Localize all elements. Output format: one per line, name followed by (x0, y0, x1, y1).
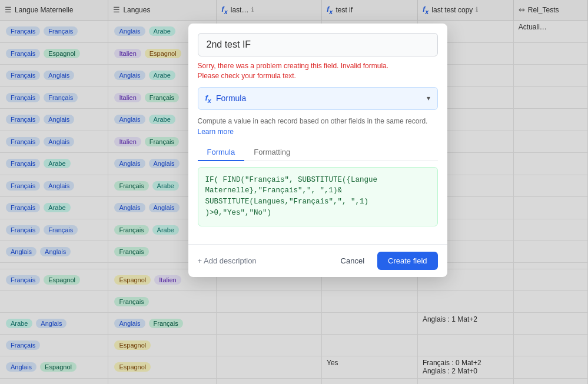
formula-description: Compute a value in each record based on … (198, 116, 438, 137)
cancel-button[interactable]: Cancel (334, 253, 371, 269)
modal-overlay: Sorry, there was a problem creating this… (0, 0, 588, 384)
tabs: Formula Formatting (198, 144, 438, 161)
modal-footer: + Add description Cancel Create field (188, 244, 447, 277)
chevron-down-icon: ▾ (427, 94, 430, 102)
formula-editor[interactable]: IF( FIND("Français", SUBSTITUTE({Langue … (198, 167, 438, 226)
add-description-button[interactable]: + Add description (198, 256, 257, 265)
formula-type-icon: fx (205, 94, 211, 104)
create-field-modal: Sorry, there was a problem creating this… (188, 24, 447, 277)
error-message: Sorry, there was a problem creating this… (198, 61, 438, 81)
table-container: ☰ Langue Maternelle ☰ Langues fx last… ℹ (0, 0, 588, 384)
formula-type-label: Formula (216, 94, 246, 103)
create-field-button[interactable]: Create field (377, 252, 437, 270)
learn-more-link[interactable]: Learn more (198, 128, 234, 136)
tab-formatting[interactable]: Formatting (244, 144, 300, 161)
field-name-input[interactable] (198, 33, 438, 56)
tab-formula[interactable]: Formula (198, 144, 245, 161)
formula-type-select[interactable]: fx Formula ▾ (198, 87, 438, 111)
